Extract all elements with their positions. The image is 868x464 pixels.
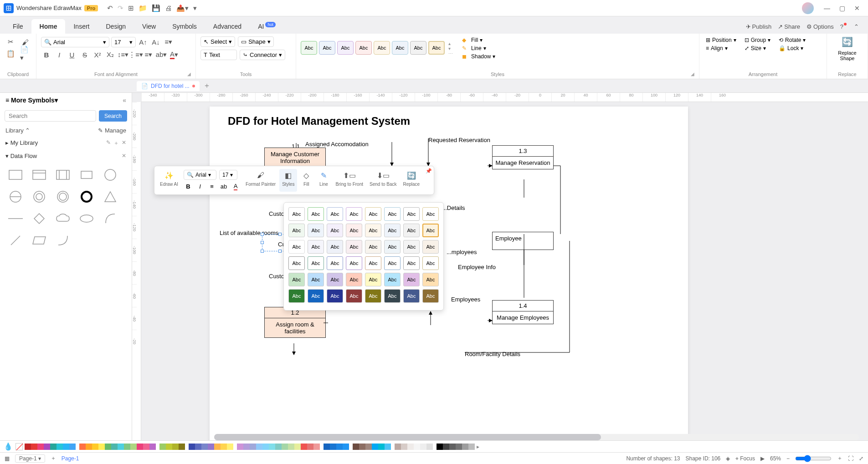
color-swatch[interactable] — [301, 444, 307, 450]
color-swatch[interactable] — [378, 444, 385, 450]
color-swatch[interactable] — [294, 444, 301, 450]
flow-label[interactable]: Room/Facility Details — [465, 351, 520, 357]
shape-ellipse[interactable] — [77, 209, 97, 228]
color-swatch[interactable] — [262, 444, 269, 450]
color-swatch[interactable] — [324, 444, 330, 450]
style-swatch[interactable]: Abc — [365, 240, 381, 254]
process-node[interactable]: 1.2 Assign room & facilities — [264, 307, 326, 338]
color-swatch[interactable] — [227, 444, 233, 450]
zoom-out[interactable]: − — [786, 455, 790, 462]
play-button[interactable]: ▶ — [760, 455, 765, 462]
color-swatch[interactable] — [250, 444, 256, 450]
process-node[interactable]: 1.3 Manage Reservation — [492, 145, 554, 169]
shape-parallelogram[interactable] — [29, 231, 49, 250]
line-spacing-button[interactable]: ↕≡▾ — [118, 49, 128, 60]
color-swatch[interactable] — [426, 444, 433, 450]
style-swatch[interactable]: Abc — [365, 273, 381, 286]
tab-symbols[interactable]: Symbols — [164, 19, 205, 34]
shape-circle[interactable] — [100, 166, 120, 184]
add-page-button[interactable]: ＋ — [51, 454, 56, 462]
font-expand[interactable]: ◢ — [187, 71, 191, 76]
replace-shape-button[interactable]: 🔄 — [842, 36, 853, 47]
color-swatch[interactable] — [98, 444, 105, 450]
styles-expand[interactable]: ⋯ — [448, 51, 453, 56]
no-color[interactable] — [15, 443, 23, 450]
color-swatch[interactable] — [269, 444, 275, 450]
export-button[interactable]: 📤▾ — [176, 4, 189, 12]
open-button[interactable]: 📁 — [139, 4, 147, 12]
float-bold[interactable]: B — [184, 182, 193, 191]
color-swatch[interactable] — [92, 444, 98, 450]
style-swatch[interactable]: Abc — [384, 224, 401, 237]
color-swatch[interactable] — [159, 444, 166, 450]
color-swatch[interactable] — [343, 444, 349, 450]
style-swatch[interactable]: Abc — [422, 207, 439, 221]
page[interactable]: DFD for Hotel Management System 1.1 Assi… — [210, 107, 688, 440]
group-button[interactable]: ⊡ Group▾ — [743, 36, 772, 44]
float-color[interactable]: A — [231, 182, 240, 191]
bold-button[interactable]: B — [41, 49, 52, 60]
color-swatch[interactable] — [330, 444, 336, 450]
color-swatch[interactable] — [208, 444, 214, 450]
float-back[interactable]: ⬇▭Send to Back — [367, 169, 399, 192]
color-swatch[interactable] — [56, 444, 63, 450]
float-font-size[interactable]: 17▾ — [219, 170, 237, 180]
font-color-button[interactable]: A▾ — [169, 49, 180, 60]
color-swatch[interactable] — [143, 444, 149, 450]
dataflow-section[interactable]: ▾ Data Flow ✕ — [0, 150, 132, 162]
color-swatch[interactable] — [50, 444, 56, 450]
edraw-ai-button[interactable]: ✨Edraw AI — [157, 169, 181, 192]
text-align-button[interactable]: ≡▾ — [163, 36, 174, 47]
options-button[interactable]: ⚙ Options — [806, 23, 834, 30]
flow-label[interactable]: Requested Reservation — [428, 137, 490, 143]
style-swatch[interactable]: Abc — [327, 289, 343, 303]
color-swatch[interactable] — [243, 444, 250, 450]
color-swatch[interactable] — [420, 444, 426, 450]
style-preset[interactable]: Abc — [355, 41, 372, 55]
doctab-active[interactable]: 📄 DFD for hotel ... — [137, 81, 200, 91]
zoom-in[interactable]: ＋ — [837, 454, 842, 462]
style-swatch[interactable]: Abc — [384, 289, 401, 303]
style-preset[interactable]: Abc — [301, 41, 317, 55]
text-tool[interactable]: T Text — [200, 50, 237, 60]
underline-button[interactable]: U — [67, 49, 77, 60]
color-swatch[interactable] — [79, 444, 86, 450]
style-swatch-selected[interactable]: Abc — [422, 224, 439, 237]
maximize-button[interactable]: ▢ — [835, 5, 850, 12]
color-swatch[interactable] — [462, 444, 468, 450]
shape-tool[interactable]: ▭ Shape ▾ — [238, 36, 274, 47]
style-swatch[interactable]: Abc — [403, 207, 420, 221]
color-swatch[interactable] — [111, 444, 118, 450]
color-swatch[interactable] — [437, 444, 443, 450]
flow-label[interactable]: Employee Info — [458, 264, 496, 270]
float-format-painter[interactable]: 🖌Format Painter — [243, 169, 278, 192]
color-swatch[interactable] — [307, 444, 313, 450]
italic-button[interactable]: I — [54, 49, 65, 60]
flow-label[interactable]: Employees — [451, 296, 480, 303]
color-swatch[interactable] — [468, 444, 475, 450]
mylib-close[interactable]: ✕ — [122, 139, 126, 147]
manage-button[interactable]: ✎ Manage — [98, 127, 126, 134]
color-swatch[interactable] — [31, 444, 37, 450]
select-tool[interactable]: ↖ Select ▾ — [200, 36, 235, 47]
more-colors[interactable]: ▸ — [477, 444, 479, 450]
style-swatch[interactable]: Abc — [422, 289, 439, 303]
float-font-family[interactable]: 🔍Arial▾ — [184, 170, 216, 180]
style-preset[interactable]: Abc — [319, 41, 335, 55]
size-button[interactable]: ⤢ Size▾ — [743, 45, 772, 52]
library-toggle[interactable]: Library ⌃ — [5, 127, 30, 134]
fill-button[interactable]: ◆Fill ▾ — [460, 36, 497, 44]
color-swatch[interactable] — [37, 444, 44, 450]
line-button[interactable]: ✎Line ▾ — [460, 45, 497, 52]
zoom-level[interactable]: 65% — [770, 455, 781, 462]
color-swatch[interactable] — [137, 444, 143, 450]
scrollbar-thumb[interactable] — [214, 434, 601, 440]
font-grow-button[interactable]: A↑ — [138, 36, 149, 47]
style-swatch[interactable]: Abc — [346, 256, 362, 270]
shape-arc[interactable] — [100, 209, 120, 228]
color-swatch[interactable] — [130, 444, 137, 450]
bullet-button[interactable]: ⋮≡▾ — [130, 49, 141, 60]
style-swatch[interactable]: Abc — [288, 256, 305, 270]
collapse-ribbon-button[interactable]: ⌃ — [854, 23, 859, 30]
minimize-button[interactable]: — — [819, 5, 835, 12]
